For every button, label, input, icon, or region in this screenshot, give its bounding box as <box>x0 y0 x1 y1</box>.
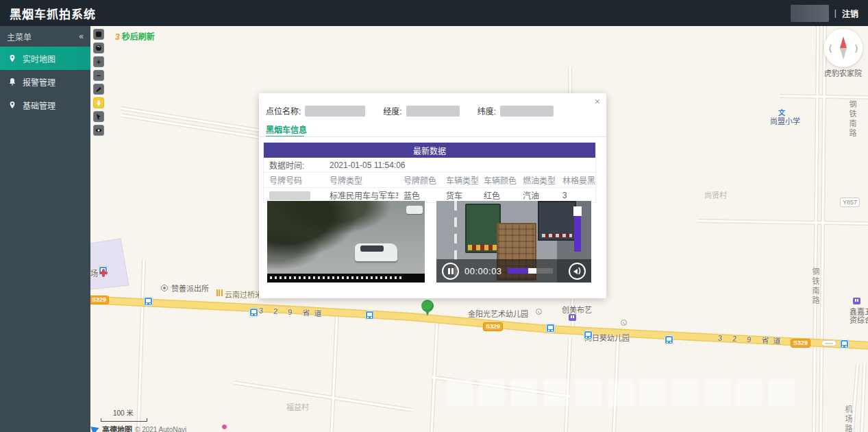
video-progress-bar[interactable] <box>508 268 553 274</box>
close-icon[interactable]: × <box>595 97 600 106</box>
rotate-right-icon[interactable]: ) <box>855 43 858 53</box>
map-watermark <box>447 379 795 407</box>
table-header-row: 号牌号码 号牌类型 号牌颜色 车辆类型 车辆颜色 燃油类型 林格曼黑度 <box>264 173 595 188</box>
speaker-icon[interactable] <box>569 263 586 280</box>
background-car <box>406 206 423 214</box>
vehicle-type-value: 货车 <box>441 189 478 201</box>
compass-needle-south <box>840 48 847 60</box>
zoom-in-button[interactable]: + <box>93 56 104 67</box>
topbar-right: | 注销 <box>791 5 858 22</box>
shop-icon <box>853 298 860 304</box>
pin-icon <box>8 101 16 109</box>
fuel-type-value: 汽油 <box>517 189 557 201</box>
road-badge-s329: S329 <box>791 339 810 348</box>
scale-label: 100 米 <box>113 407 147 418</box>
data-time-value: 2021-01-05 11:54:06 <box>324 160 406 170</box>
topbar-separator: | <box>834 8 836 18</box>
compass-needle-north <box>840 36 847 48</box>
volume-handle[interactable] <box>573 206 582 216</box>
globe-tool-button[interactable] <box>93 43 104 53</box>
map-canvas[interactable]: + − 3秒后刷新 ( ) ⌄ 文 尚盟小学 钢铁南路 钢铁南路 尚贤村 虎豹农 <box>90 26 868 432</box>
poi-label-xinjia-line2: 资综合 <box>850 314 868 325</box>
table-banner: 最新数据 <box>264 143 595 158</box>
building-footprint <box>90 239 129 289</box>
sidebar-header: 主菜单 « <box>0 26 90 47</box>
compass-tilt-icon[interactable]: ⌄ <box>840 69 845 76</box>
craft-icon <box>621 320 627 326</box>
progress-handle[interactable] <box>528 268 536 274</box>
amap-logo-icon <box>90 424 100 432</box>
visibility-tool-button[interactable] <box>93 125 104 136</box>
road-label-airport: 机场路 <box>843 405 854 432</box>
rotate-left-icon[interactable]: ( <box>829 43 832 53</box>
vehicle-data-table: 最新数据 数据时间: 2021-01-05 11:54:06 号牌号码 号牌类型… <box>263 142 596 203</box>
compass-control[interactable]: ( ) <box>824 29 863 67</box>
select-tool-button[interactable] <box>93 111 104 122</box>
sidebar-item-alarm-management[interactable]: 报警管理 <box>0 70 90 93</box>
poi-label-fuyi-village: 福益村 <box>286 401 309 412</box>
craft-icon <box>536 309 542 315</box>
road-badge-s329: S329 <box>90 296 109 304</box>
map-attribution: 高德地图 © 2021 AutoNavi <box>92 424 186 432</box>
shop-icon <box>569 314 576 321</box>
bell-icon <box>8 77 16 86</box>
col-plate-color: 号牌颜色 <box>398 174 441 186</box>
bus-stop-icon <box>365 311 374 320</box>
ringelmann-value: 3 <box>557 191 595 200</box>
plate-color-value: 蓝色 <box>398 189 441 201</box>
poi-label-chang: 场 <box>90 267 98 278</box>
volume-slider[interactable] <box>573 206 582 256</box>
capture-point-marker[interactable] <box>421 300 434 317</box>
poi-label-school: 尚盟小学 <box>770 115 800 126</box>
pause-button[interactable] <box>442 263 459 280</box>
amap-copyright: © 2021 AutoNavi <box>135 426 186 432</box>
road-badge-y857: Y857 <box>840 197 860 207</box>
table-row-time: 数据时间: 2021-01-05 11:54:06 <box>264 158 595 173</box>
col-vehicle-type: 车辆类型 <box>441 174 478 186</box>
sidebar-item-label: 基础管理 <box>23 99 55 111</box>
poi-dot-icon <box>221 424 227 430</box>
marker-tool-button[interactable] <box>93 97 104 108</box>
sidebar-item-label: 报警管理 <box>23 76 55 88</box>
sidebar-item-realtime-map[interactable]: 实时地图 <box>0 47 90 70</box>
col-vehicle-color: 车辆颜色 <box>478 174 517 186</box>
sidebar-item-basic-management[interactable]: 基础管理 <box>0 93 90 117</box>
plate-type-value: 标准民用车与军车车牌 <box>324 189 398 201</box>
point-name-label: 点位名称: <box>266 105 301 117</box>
map-scale: 100 米 <box>101 407 147 422</box>
green-truck <box>465 204 501 253</box>
bus-stop-icon <box>665 335 673 344</box>
progress-fill <box>508 268 528 274</box>
road-label-steel-south-top: 钢铁南路 <box>847 100 858 139</box>
shape-tool-button[interactable] <box>93 29 104 40</box>
video-controls: 00:00:03 <box>436 259 591 283</box>
captured-car <box>355 243 397 261</box>
refresh-count: 3 <box>115 32 120 42</box>
hospital-icon <box>99 269 108 277</box>
capture-info-popup: × 点位名称: 经度: 纬度: 黑烟车信息 最新数据 数据时间: 2021-01… <box>259 93 606 298</box>
zoom-out-button[interactable]: − <box>93 70 104 81</box>
map-pin-icon <box>8 54 16 62</box>
longitude-redacted <box>406 106 460 117</box>
username-redacted <box>791 5 829 22</box>
video-timestamp: 00:00:03 <box>464 266 502 276</box>
logout-button[interactable]: 注销 <box>842 8 858 19</box>
poi-label-police-station: 赞善派出所 <box>171 283 209 293</box>
collapse-sidebar-icon[interactable]: « <box>79 32 84 41</box>
latitude-label: 纬度: <box>478 105 496 117</box>
app-title: 黑烟车抓拍系统 <box>10 5 96 22</box>
bus-stop-icon <box>249 308 258 317</box>
col-plate-number: 号牌号码 <box>264 174 324 186</box>
bus-stop-icon <box>144 297 153 306</box>
measure-tool-button[interactable] <box>93 84 104 95</box>
plate-number-redacted <box>264 190 324 200</box>
road-badge-s329: S329 <box>483 322 503 331</box>
sidebar: 主菜单 « 实时地图 报警管理 基础管理 <box>0 26 90 432</box>
vehicle-color-value: 红色 <box>478 189 517 201</box>
capture-photo <box>267 201 425 283</box>
road-label-steel-south-mid: 钢铁南路 <box>810 267 821 306</box>
volume-fill <box>574 216 581 252</box>
capture-video-player[interactable]: 00:00:03 <box>436 201 591 283</box>
bus-stop-icon <box>584 331 593 339</box>
sidebar-item-label: 实时地图 <box>23 53 55 64</box>
